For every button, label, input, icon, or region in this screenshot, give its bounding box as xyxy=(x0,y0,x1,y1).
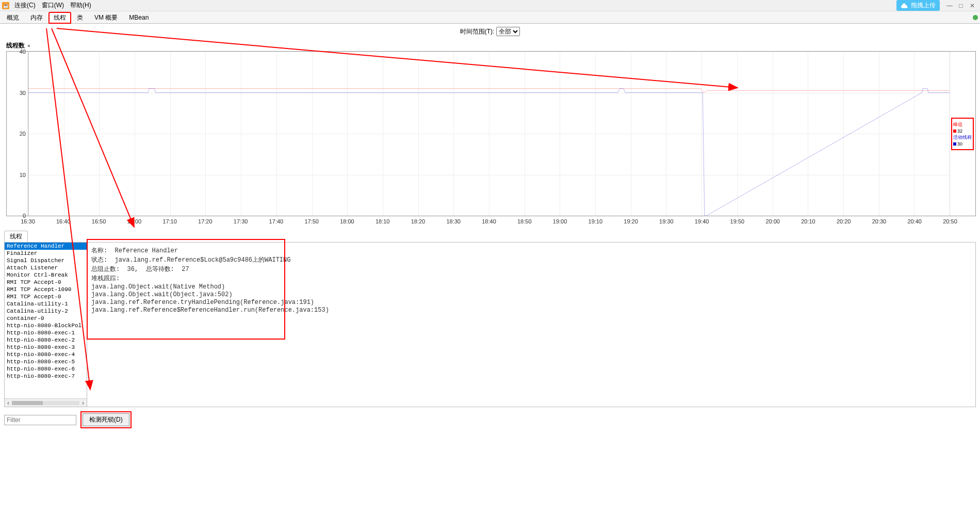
x-tick: 20:50 xyxy=(943,218,957,224)
connection-status-icon xyxy=(973,15,978,20)
thread-list-item[interactable]: http-nio-8080-exec-7 xyxy=(5,373,87,380)
x-tick: 17:40 xyxy=(269,218,284,224)
thread-list-item[interactable]: Signal Dispatcher xyxy=(5,257,87,264)
thread-list-item[interactable]: Attach Listener xyxy=(5,264,87,271)
thread-list-item[interactable]: http-nio-8080-exec-4 xyxy=(5,351,87,358)
tab-memory[interactable]: 内存 xyxy=(25,11,48,24)
x-tick: 18:30 xyxy=(446,218,461,224)
detail-line: 总阻止数: 36, 总等待数: 27 xyxy=(91,265,971,273)
x-tick: 16:40 xyxy=(56,218,71,224)
x-tick: 19:30 xyxy=(659,218,674,224)
detail-line: java.lang.Object.wait(Native Method) xyxy=(91,283,971,291)
x-tick: 18:20 xyxy=(411,218,426,224)
tab-vm-summary[interactable]: VM 概要 xyxy=(89,11,123,24)
main-tabbar: 概览 内存 线程 类 VM 概要 MBean xyxy=(0,11,980,24)
threads-subtab[interactable]: 线程 xyxy=(4,231,28,242)
detail-line: 堆栈跟踪: xyxy=(91,274,971,283)
x-tick: 18:10 xyxy=(375,218,390,224)
thread-list-item[interactable]: http-nio-8080-BlockPol xyxy=(5,322,87,329)
thread-list-item[interactable]: http-nio-8080-exec-3 xyxy=(5,344,87,351)
detail-line: java.lang.ref.Reference.tryHandlePending… xyxy=(91,299,971,306)
minimize-button[interactable]: — xyxy=(944,2,955,10)
detail-line: 状态: java.lang.ref.Reference$Lock@5a9c948… xyxy=(91,255,971,264)
thread-list-items[interactable]: Reference HandlerFinalizerSignal Dispatc… xyxy=(5,243,87,398)
legend-value: 30 xyxy=(953,141,972,147)
x-tick: 20:20 xyxy=(837,218,851,224)
time-range-label: 时间范围(T): xyxy=(460,27,495,36)
x-tick: 17:20 xyxy=(198,218,213,224)
x-tick: 19:40 xyxy=(695,218,709,224)
time-range-select[interactable]: 全部 xyxy=(496,27,520,36)
thread-list-item[interactable]: Reference Handler xyxy=(5,243,87,250)
thread-list-item[interactable]: http-nio-8080-exec-6 xyxy=(5,365,87,373)
thread-detail-pane: 名称: Reference Handler状态: java.lang.ref.R… xyxy=(87,243,975,407)
detail-line: java.lang.ref.Reference$ReferenceHandler… xyxy=(91,307,971,314)
close-button[interactable]: ✕ xyxy=(967,2,977,10)
x-tick: 19:00 xyxy=(553,218,567,224)
x-tick: 20:30 xyxy=(872,218,887,224)
x-tick: 20:40 xyxy=(907,218,922,224)
cloud-upload-label: 拖拽上传 xyxy=(911,1,936,10)
y-tick: 20 xyxy=(20,131,26,137)
detail-line: 名称: Reference Handler xyxy=(91,246,971,255)
y-tick: 30 xyxy=(20,90,26,96)
java-icon: ☕ xyxy=(2,2,9,9)
tab-classes[interactable]: 类 xyxy=(71,11,89,24)
menu-window[interactable]: 窗口(W) xyxy=(39,0,67,11)
tab-threads[interactable]: 线程 xyxy=(48,12,71,24)
thread-list-item[interactable]: http-nio-8080-exec-1 xyxy=(5,329,87,336)
x-tick: 19:10 xyxy=(589,218,603,224)
detail-line: java.lang.Object.wait(Object.java:502) xyxy=(91,291,971,298)
time-range-row: 时间范围(T): 全部 xyxy=(0,24,980,39)
cloud-upload-button[interactable]: 拖拽上传 xyxy=(896,0,940,11)
x-tick: 16:30 xyxy=(21,218,35,224)
thread-list-item[interactable]: Catalina-utility-2 xyxy=(5,308,87,315)
chart-series-峰值 xyxy=(28,85,950,93)
x-tick: 17:10 xyxy=(162,218,177,224)
menu-connect[interactable]: 连接(C) xyxy=(11,0,39,11)
x-tick: 19:20 xyxy=(624,218,638,224)
chart-legend: 峰值32活动线程30 xyxy=(950,52,975,216)
titlebar: ☕ 连接(C) 窗口(W) 帮助(H) 拖拽上传 — □ ✕ xyxy=(0,0,980,11)
legend-item: 活动线程 xyxy=(953,134,972,141)
thread-list-item[interactable]: http-nio-8080-exec-2 xyxy=(5,336,87,344)
thread-list-item[interactable]: Catalina-utility-1 xyxy=(5,300,87,308)
collapse-chart-icon[interactable]: « xyxy=(27,43,30,49)
x-tick: 17:30 xyxy=(234,218,248,224)
thread-list-item[interactable]: RMI TCP Accept-0 xyxy=(5,293,87,300)
legend-value: 32 xyxy=(953,128,972,134)
menu-help[interactable]: 帮助(H) xyxy=(67,0,94,11)
y-tick: 10 xyxy=(20,172,26,178)
x-tick: 18:00 xyxy=(340,218,354,224)
thread-list-item[interactable]: Monitor Ctrl-Break xyxy=(5,271,87,279)
filter-input[interactable] xyxy=(4,415,76,425)
thread-list-item[interactable]: container-0 xyxy=(5,315,87,322)
thread-list-hscroll[interactable]: ‹ › xyxy=(5,398,87,407)
thread-list: Reference HandlerFinalizerSignal Dispatc… xyxy=(5,243,87,407)
thread-chart: 010203040 峰值32活动线程30 xyxy=(6,51,976,216)
x-tick: 17:50 xyxy=(304,218,319,224)
x-tick: 16:50 xyxy=(92,218,106,224)
legend-item: 峰值 xyxy=(953,121,972,128)
x-tick: 18:40 xyxy=(482,218,496,224)
scroll-right-icon[interactable]: › xyxy=(79,399,87,407)
x-tick: 17:00 xyxy=(127,218,142,224)
thread-list-item[interactable]: http-nio-8080-exec-5 xyxy=(5,358,87,365)
chart-title: 线程数 « xyxy=(6,41,976,50)
y-tick: 40 xyxy=(20,49,26,55)
tab-overview[interactable]: 概览 xyxy=(1,11,25,24)
x-tick: 20:00 xyxy=(765,218,780,224)
x-tick: 18:50 xyxy=(517,218,532,224)
thread-list-item[interactable]: Finalizer xyxy=(5,250,87,257)
thread-list-item[interactable]: RMI TCP Accept-1090 xyxy=(5,286,87,293)
tab-mbean[interactable]: MBean xyxy=(123,12,154,23)
x-tick: 20:10 xyxy=(801,218,815,224)
scroll-left-icon[interactable]: ‹ xyxy=(5,399,12,407)
maximize-button[interactable]: □ xyxy=(956,2,966,10)
x-tick: 19:50 xyxy=(730,218,745,224)
chart-series-活动线程 xyxy=(28,89,950,216)
thread-list-item[interactable]: RMI TCP Accept-0 xyxy=(5,279,87,286)
cloud-icon xyxy=(901,3,909,9)
detect-deadlock-button[interactable]: 检测死锁(D) xyxy=(83,413,129,426)
